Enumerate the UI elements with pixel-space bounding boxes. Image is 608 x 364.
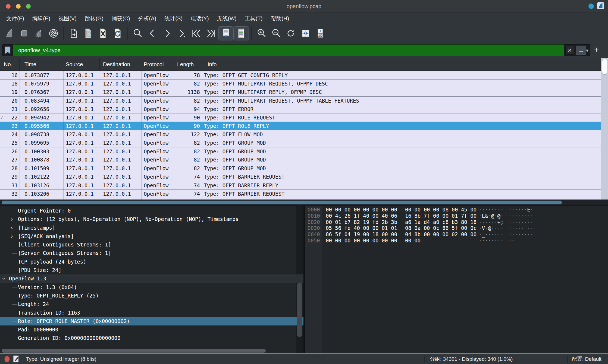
go-to-packet-icon[interactable] — [174, 26, 189, 40]
menu-go[interactable]: 跳转(G) — [81, 14, 108, 24]
zoom-in-icon[interactable] — [254, 26, 269, 40]
menu-view[interactable]: 视图(V) — [54, 14, 81, 24]
menu-telephony[interactable]: 电话(Y) — [187, 14, 213, 24]
menu-analyze[interactable]: 分析(A) — [134, 14, 161, 24]
column-header-info[interactable]: Info — [201, 58, 608, 71]
collapse-arrow-icon[interactable]: › — [0, 276, 8, 281]
detail-row[interactable]: ›[SEQ/ACK analysis] — [0, 232, 303, 240]
packet-row-21[interactable]: 210.092656127.0.0.1127.0.0.1OpenFlow94Ty… — [0, 105, 601, 113]
ascii-bytes: ········ — [479, 207, 504, 213]
packet-row-23[interactable]: 230.095566127.0.0.1127.0.0.1OpenFlow90Ty… — [0, 122, 601, 130]
packet-row-24[interactable]: 240.098738127.0.0.1127.0.0.1OpenFlow122T… — [0, 130, 601, 138]
detail-row[interactable]: [PDU Size: 24] — [0, 266, 303, 274]
menu-file[interactable]: 文件(F) — [2, 14, 28, 24]
capture-comment-icon[interactable] — [13, 355, 20, 364]
add-filter-button[interactable]: + — [594, 45, 599, 55]
zoom-out-icon[interactable] — [269, 26, 284, 40]
detail-row[interactable]: [Server Contiguous Streams: 1] — [0, 249, 303, 257]
profile-status[interactable]: 配置: Default — [572, 354, 601, 364]
detail-row[interactable]: Generation ID: 0x0000000000000000 — [0, 334, 303, 342]
status-bar: Type: Unsigned integer (8 bits) 分组: 3439… — [0, 354, 608, 364]
capture-restart-icon[interactable] — [32, 26, 46, 40]
packet-row-25[interactable]: 250.099695127.0.0.1127.0.0.1OpenFlow82Ty… — [0, 139, 601, 147]
hex-row-0010[interactable]: 001000 4c 26 1f 40 00 40 0616 8b 7f 00 0… — [305, 213, 608, 219]
find-packet-icon[interactable] — [130, 26, 145, 40]
go-last-packet-icon[interactable] — [204, 26, 218, 40]
capture-start-icon[interactable] — [2, 26, 17, 40]
detail-row[interactable]: Role: OFPCR_ROLE_MASTER (0x00000002) — [0, 317, 303, 325]
detail-row[interactable]: Pad: 00000000 — [0, 325, 303, 334]
open-file-icon[interactable] — [66, 26, 81, 40]
column-header-no[interactable]: No. — [0, 58, 20, 71]
resize-columns-icon[interactable] — [298, 26, 313, 40]
horizontal-scroll-thumb[interactable] — [2, 201, 562, 204]
menu-capture[interactable]: 捕获(C) — [108, 14, 134, 24]
packet-row-29[interactable]: 290.102122127.0.0.1127.0.0.1OpenFlow74Ty… — [0, 172, 601, 181]
hex-row-0020[interactable]: 002000 01 b7 82 19 fd 2b 3ba6 1a d4 a0 c… — [305, 219, 608, 225]
hex-row-0000[interactable]: 000000 00 00 00 00 00 00 0000 00 00 00 0… — [305, 207, 608, 213]
menu-tools[interactable]: 工具(T) — [241, 14, 267, 24]
auto-scroll-button[interactable] — [218, 26, 234, 40]
packet-row-31[interactable]: 310.103126127.0.0.1127.0.0.1OpenFlow74Ty… — [0, 181, 601, 189]
detail-row[interactable]: [Client Contiguous Streams: 1] — [0, 240, 303, 249]
close-file-icon[interactable] — [96, 26, 110, 40]
detail-row[interactable]: Transaction ID: 1163 — [0, 309, 303, 317]
svg-text:2: 2 — [318, 34, 320, 37]
detail-horizontal-scroll-thumb[interactable] — [2, 349, 266, 353]
detail-row[interactable]: ›[Timestamps] — [0, 224, 303, 232]
packet-row-22[interactable]: ✓220.094942127.0.0.1127.0.0.1OpenFlow90T… — [0, 113, 601, 122]
detail-row[interactable]: TCP payload (24 bytes) — [0, 258, 303, 266]
cell-protocol: OpenFlow — [141, 98, 175, 104]
packet-list-horizontal-scrollbar[interactable] — [0, 200, 608, 205]
column-header-source[interactable]: Source — [63, 58, 100, 71]
menu-help[interactable]: 帮助(H) — [267, 14, 293, 24]
zoom-reset-icon[interactable] — [284, 26, 298, 40]
go-back-icon[interactable] — [145, 26, 160, 40]
packet-row-27[interactable]: 270.100878127.0.0.1127.0.0.1OpenFlow82Ty… — [0, 156, 601, 164]
capture-stop-icon[interactable] — [17, 26, 32, 40]
save-file-icon[interactable]: 010100110101110 — [81, 26, 96, 40]
packet-row-32[interactable]: 320.103206127.0.0.1127.0.0.1OpenFlow74Ty… — [0, 189, 601, 198]
expand-arrow-icon[interactable]: › — [9, 232, 14, 240]
packet-row-19[interactable]: 190.076367127.0.0.1127.0.0.1OpenFlow1138… — [0, 88, 601, 96]
layout-icon[interactable]: 123 — [313, 26, 328, 40]
packet-row-18[interactable]: 180.075979127.0.0.1127.0.0.1OpenFlow82Ty… — [0, 79, 601, 88]
hex-row-0030[interactable]: 003005 56 fe 40 00 00 01 0108 0a 00 0c 8… — [305, 225, 608, 231]
clear-filter-button[interactable]: × — [565, 46, 574, 55]
expand-arrow-icon[interactable]: › — [9, 215, 14, 223]
detail-row[interactable]: Version: 1.3 (0x04) — [0, 283, 303, 292]
column-header-time[interactable]: Time — [20, 58, 63, 71]
menu-statistics[interactable]: 统计(S) — [160, 14, 187, 24]
capture-options-icon[interactable] — [46, 26, 61, 40]
expert-info-icon[interactable] — [4, 356, 10, 362]
column-header-protocol[interactable]: Protocol — [141, 58, 175, 71]
hex-row-0040[interactable]: 004086 5f 04 19 00 18 00 0004 8b 00 00 0… — [305, 231, 608, 238]
menu-edit[interactable]: 编辑(E) — [28, 14, 55, 24]
detail-row[interactable]: ›Options: (12 bytes), No-Operation (NOP)… — [0, 215, 303, 223]
expand-arrow-icon[interactable]: › — [9, 224, 14, 232]
cell-time: 0.075979 — [20, 81, 63, 87]
colorize-button[interactable] — [234, 26, 249, 40]
reload-file-icon[interactable] — [110, 26, 125, 40]
packet-row-28[interactable]: 280.101509127.0.0.1127.0.0.1OpenFlow82Ty… — [0, 164, 601, 172]
vertical-scroll-thumb[interactable] — [602, 59, 607, 75]
detail-row[interactable]: ›OpenFlow 1.3 — [0, 274, 303, 283]
packet-row-26[interactable]: 260.100303127.0.0.1127.0.0.1OpenFlow82Ty… — [0, 147, 601, 156]
detail-row[interactable]: Length: 24 — [0, 300, 303, 308]
packet-list-vertical-scrollbar[interactable] — [601, 58, 608, 200]
column-header-length[interactable]: Length — [175, 58, 201, 71]
menu-wireless[interactable]: 无线(W) — [213, 14, 241, 24]
column-header-destination[interactable]: Destination — [100, 58, 141, 71]
filter-dropdown-caret[interactable]: ▾ — [586, 48, 588, 53]
display-filter-input[interactable]: openflow_v4.type — [13, 45, 564, 56]
packet-row-20[interactable]: 200.083494127.0.0.1127.0.0.1OpenFlow82Ty… — [0, 96, 601, 105]
apply-filter-button[interactable]: → — [576, 46, 586, 55]
go-first-packet-icon[interactable] — [189, 26, 204, 40]
hex-row-0050[interactable]: 005000 00 00 00 00 00 00 0000 00········… — [305, 238, 608, 244]
go-forward-icon[interactable] — [160, 26, 174, 40]
detail-row[interactable]: Type: OFPT_ROLE_REPLY (25) — [0, 292, 303, 300]
filter-bookmark-button[interactable] — [2, 45, 13, 56]
detail-vertical-scroll-thumb[interactable] — [297, 283, 302, 337]
packet-row-16[interactable]: 160.073877127.0.0.1127.0.0.1OpenFlow78Ty… — [0, 71, 601, 79]
detail-row[interactable]: Urgent Pointer: 0 — [0, 207, 303, 215]
